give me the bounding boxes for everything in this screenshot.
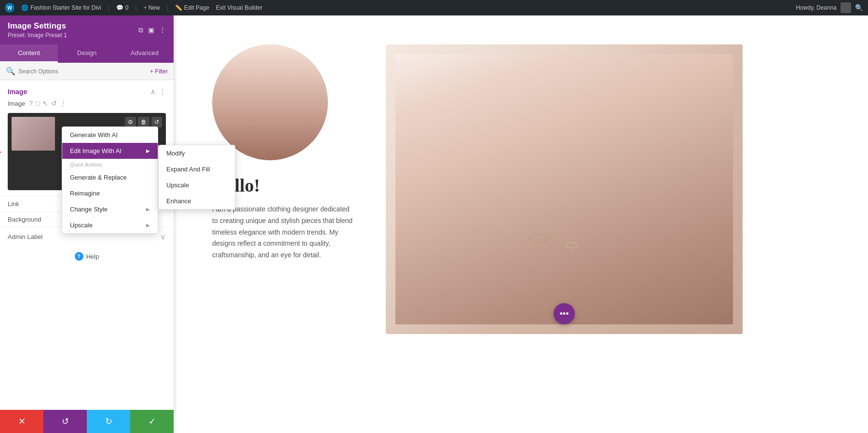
- page-content: Hello! I am a passionate clothing design…: [212, 44, 743, 334]
- cursor-icon[interactable]: ↖: [42, 99, 48, 107]
- menu-item-upscale[interactable]: Upscale ▶: [62, 217, 158, 233]
- user-avatar: [841, 2, 851, 13]
- tab-design[interactable]: Design: [58, 44, 116, 63]
- plus-icon: +: [144, 4, 147, 11]
- sub-menu-item-expand-fill[interactable]: Expand And Fill: [159, 161, 235, 177]
- search-input[interactable]: [18, 68, 150, 75]
- redo-button[interactable]: ↻: [87, 410, 130, 433]
- field-more-icon[interactable]: ⋮: [60, 99, 67, 107]
- help-label: Help: [86, 253, 99, 260]
- bottom-action-bar: ✕ ↺ ↻ ✓: [0, 410, 174, 433]
- cancel-button[interactable]: ✕: [0, 410, 43, 433]
- menu-item-edit-ai[interactable]: Edit Image With AI ▶: [62, 143, 158, 159]
- image-toolbar: ⚙ 🗑 ↺: [125, 117, 162, 127]
- portrait-inner: [212, 44, 328, 160]
- sub-menu: Modify Expand And Fill Upscale Enhance: [158, 145, 235, 210]
- tab-content[interactable]: Content: [0, 44, 58, 63]
- comments-link[interactable]: 💬 0: [116, 4, 129, 11]
- admin-label-text: Admin Label: [8, 233, 42, 240]
- hero-image-overlay: [395, 54, 733, 324]
- submenu-arrow-icon: ▶: [146, 148, 150, 154]
- admin-label-chevron[interactable]: ∨: [160, 232, 166, 241]
- search-icon: 🔍: [6, 67, 15, 76]
- image-settings-btn[interactable]: ⚙: [125, 117, 136, 127]
- red-arrow-indicator: ➤: [0, 144, 2, 160]
- portrait-image: [212, 44, 328, 160]
- sidebar-title: Image Settings: [8, 21, 67, 31]
- image-section-header: Image ∧ ⋮: [0, 86, 174, 99]
- collapse-icon[interactable]: ∧: [150, 88, 155, 96]
- topbar-sep-1: |: [108, 4, 109, 11]
- main-hero-image: [386, 44, 743, 334]
- quick-actions-header: Quick Actions: [62, 159, 158, 169]
- purple-action-dot[interactable]: •••: [554, 303, 575, 324]
- topbar-right: Howdy, Deanna 🔍: [796, 2, 864, 13]
- edit-page-button[interactable]: ✏️ Edit Page: [175, 4, 209, 11]
- bio-text: I am a passionate clothing designer dedi…: [212, 204, 357, 261]
- sub-menu-item-enhance[interactable]: Enhance: [159, 193, 235, 209]
- help-icon[interactable]: ?: [29, 99, 33, 107]
- help-button[interactable]: ? Help: [75, 252, 99, 261]
- search-area: 🔍 + Filter: [0, 63, 174, 80]
- right-column: •••: [386, 44, 743, 334]
- sub-menu-item-modify[interactable]: Modify: [159, 145, 235, 161]
- upscale-arrow-icon: ▶: [146, 223, 150, 228]
- search-icon[interactable]: 🔍: [855, 4, 863, 12]
- comment-icon: 💬: [116, 4, 123, 11]
- pencil-icon: ✏️: [175, 4, 182, 11]
- image-delete-btn[interactable]: 🗑: [138, 117, 149, 127]
- copy-field-icon[interactable]: □: [36, 99, 40, 107]
- topbar-sep-3: |: [167, 4, 168, 11]
- menu-item-change-style[interactable]: Change Style ▶: [62, 201, 158, 217]
- more-icon[interactable]: ⋮: [159, 26, 166, 34]
- exit-visual-builder-button[interactable]: Exit Visual Builder: [216, 4, 263, 11]
- filter-button[interactable]: + Filter: [150, 68, 168, 75]
- menu-item-generate-replace[interactable]: Generate & Replace: [62, 169, 158, 185]
- image-field-icons: ? □ ↖ ↺ ⋮: [29, 99, 67, 107]
- undo-button[interactable]: ↺: [43, 410, 87, 433]
- change-style-arrow-icon: ▶: [146, 207, 150, 212]
- menu-item-reimagine[interactable]: Reimagine: [62, 185, 158, 201]
- context-menu: Generate With AI Edit Image With AI ▶ Qu…: [62, 126, 158, 234]
- tab-advanced[interactable]: Advanced: [116, 44, 174, 63]
- image-reset-btn[interactable]: ↺: [151, 117, 162, 127]
- section-controls: ∧ ⋮: [150, 88, 166, 96]
- menu-item-generate[interactable]: Generate With AI: [62, 127, 158, 143]
- image-field-row: Image ? □ ↖ ↺ ⋮: [0, 99, 174, 113]
- sub-menu-item-upscale[interactable]: Upscale: [159, 177, 235, 193]
- wp-logo-icon[interactable]: W: [5, 3, 14, 13]
- copy-icon[interactable]: ⧉: [138, 26, 143, 34]
- background-label: Background: [8, 216, 41, 223]
- undo-field-icon[interactable]: ↺: [51, 99, 57, 107]
- topbar-sep-2: |: [136, 4, 137, 11]
- sidebar-preset[interactable]: Preset: Image Preset 1: [8, 32, 67, 39]
- new-button[interactable]: + New: [144, 4, 160, 11]
- image-section-title: Image: [8, 88, 27, 96]
- link-label: Link: [8, 200, 19, 208]
- main-content: Hello! I am a passionate clothing design…: [174, 15, 868, 433]
- sidebar-tabs: Content Design Advanced: [0, 44, 174, 63]
- site-name[interactable]: 🌐 Fashion Starter Site for Divi: [21, 4, 101, 11]
- globe-icon: 🌐: [21, 4, 28, 11]
- howdy-text: Howdy, Deanna: [796, 4, 837, 11]
- section-more-icon[interactable]: ⋮: [159, 88, 166, 96]
- layout-icon[interactable]: ▣: [148, 26, 154, 34]
- more-options-icon: •••: [560, 309, 569, 319]
- save-button[interactable]: ✓: [130, 410, 174, 433]
- help-circle-icon: ?: [75, 252, 83, 261]
- admin-topbar: W 🌐 Fashion Starter Site for Divi | 💬 0 …: [0, 0, 868, 15]
- sidebar-header: Image Settings Preset: Image Preset 1 ⧉ …: [0, 15, 174, 44]
- image-field-label: Image: [8, 100, 25, 107]
